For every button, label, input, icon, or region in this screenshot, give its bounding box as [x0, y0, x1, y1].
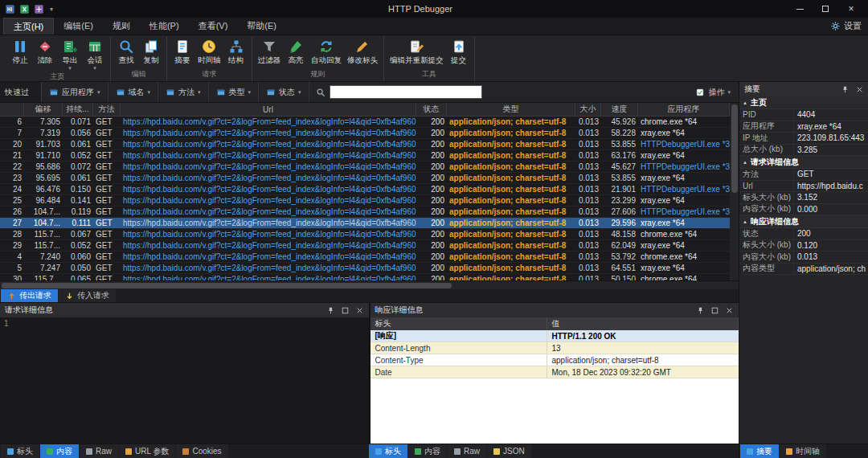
column-header[interactable]: [0, 103, 24, 116]
request-row[interactable]: 27104.7...0.111GEThttps://hpd.baidu.com/…: [0, 218, 730, 229]
summary-row[interactable]: 标头大小 (kb)0.120: [739, 240, 868, 252]
tab-cookies[interactable]: Cookies: [176, 444, 227, 458]
column-header[interactable]: 大小: [575, 103, 601, 116]
menu-tab-help[interactable]: 帮助(E): [237, 18, 286, 35]
auto-reply-button[interactable]: 自动回复: [309, 37, 344, 66]
edit-resubmit-button[interactable]: 编辑并重新提交: [387, 37, 446, 66]
summary-section-header[interactable]: ▲请求详细信息: [739, 156, 868, 169]
tab-headers[interactable]: 标头: [369, 444, 407, 458]
close-button[interactable]: ×: [839, 2, 863, 16]
column-header[interactable]: 方法: [93, 103, 121, 116]
summary-row[interactable]: 内容大小 (kb)0.000: [739, 204, 868, 216]
header-value-column[interactable]: 值: [547, 317, 739, 330]
request-row[interactable]: 67.3050.071GEThttps://hpd.baidu.com/v.gi…: [0, 117, 730, 128]
request-row[interactable]: 2496.4760.150GEThttps://hpd.baidu.com/v.…: [0, 184, 730, 195]
minimize-button[interactable]: [788, 2, 812, 16]
request-row[interactable]: 57.2470.050GEThttps://hpd.baidu.com/v.gi…: [0, 263, 730, 274]
settings-button[interactable]: 设置: [830, 18, 865, 35]
column-header[interactable]: 类型: [447, 103, 575, 116]
menu-tab-home[interactable]: 主页(H): [3, 18, 54, 35]
search-input[interactable]: [330, 85, 482, 99]
filter-dropdown-method[interactable]: 方法▾: [158, 82, 209, 102]
tab-raw[interactable]: Raw: [80, 444, 118, 458]
stop-button[interactable]: 停止: [8, 37, 32, 66]
column-header[interactable]: 速度: [601, 103, 638, 116]
request-content-view[interactable]: 1: [0, 317, 369, 444]
filter-button[interactable]: 过滤器: [256, 37, 284, 66]
timeline-button[interactable]: 时间轴: [195, 37, 223, 66]
summary-row[interactable]: 总大小 (kb)3.285: [739, 145, 868, 157]
filter-dropdown-status[interactable]: 状态▾: [259, 82, 309, 102]
copy-button[interactable]: 复制: [139, 37, 163, 66]
pin-icon[interactable]: [841, 85, 850, 94]
tab-incoming-requests[interactable]: 传入请求: [59, 289, 116, 302]
clear-button[interactable]: 清除: [33, 37, 57, 66]
summary-row[interactable]: 应用程序xray.exe *64: [739, 121, 868, 133]
close-icon[interactable]: [855, 85, 864, 94]
request-row[interactable]: 2295.6860.072GEThttps://hpd.baidu.com/v.…: [0, 162, 730, 173]
menu-tab-rules[interactable]: 规则: [103, 18, 140, 35]
filter-dropdown-type[interactable]: 类型▾: [209, 82, 260, 102]
highlight-button[interactable]: 高亮: [284, 37, 308, 66]
horizontal-scrollbar[interactable]: [0, 280, 739, 289]
structure-button[interactable]: 结构: [224, 37, 248, 66]
horizontal-scrollbar-thumb[interactable]: [2, 283, 452, 288]
column-header[interactable]: 偏移: [24, 103, 63, 116]
column-header[interactable]: 状态: [416, 103, 447, 116]
summary-row[interactable]: 内容类型application/json; ch: [739, 264, 868, 276]
request-row[interactable]: 2091.7030.061GEThttps://hpd.baidu.com/v.…: [0, 139, 730, 150]
filter-dropdown-domain[interactable]: 域名▾: [108, 82, 159, 102]
excel-export-icon[interactable]: [19, 4, 30, 14]
request-row[interactable]: 30115.7...0.065GEThttps://hpd.baidu.com/…: [0, 274, 730, 280]
request-row[interactable]: 26104.7...0.119GEThttps://hpd.baidu.com/…: [0, 207, 730, 218]
tab-content[interactable]: 内容: [408, 444, 447, 458]
summary-button[interactable]: 摘要: [170, 37, 194, 66]
column-header[interactable]: Url: [121, 103, 416, 116]
pin-icon[interactable]: [696, 306, 705, 315]
request-row[interactable]: 2596.4840.141GEThttps://hpd.baidu.com/v.…: [0, 195, 730, 207]
column-header[interactable]: 应用程序: [638, 103, 730, 116]
response-header-row[interactable]: Content-Length13: [371, 342, 739, 354]
menu-tab-view[interactable]: 查看(V): [189, 18, 238, 35]
request-row[interactable]: 47.2400.060GEThttps://hpd.baidu.com/v.gi…: [0, 251, 730, 263]
tab-outgoing-requests[interactable]: 传出请求: [1, 289, 58, 302]
response-header-row[interactable]: DateMon, 18 Dec 2023 09:32:20 GMT: [371, 366, 739, 378]
summary-row[interactable]: 内容大小 (kb)0.013: [739, 251, 868, 264]
request-row[interactable]: 28115.7...0.067GEThttps://hpd.baidu.com/…: [0, 229, 730, 240]
response-header-row[interactable]: Content-Typeapplication/json; charset=ut…: [371, 354, 739, 366]
header-name-column[interactable]: 标头: [371, 317, 547, 330]
request-row[interactable]: 29115.7...0.052GEThttps://hpd.baidu.com/…: [0, 240, 730, 251]
close-icon[interactable]: [725, 306, 734, 315]
tab-json[interactable]: JSON: [487, 444, 531, 458]
pin-icon[interactable]: [326, 306, 335, 315]
actions-dropdown[interactable]: 操作 ▾: [687, 87, 739, 98]
session-grid-icon[interactable]: [34, 4, 44, 14]
submit-button[interactable]: 提交: [447, 37, 471, 66]
close-icon[interactable]: [355, 306, 364, 315]
export-button[interactable]: 导出▾: [58, 37, 82, 71]
tab-url-params[interactable]: URL 参数: [119, 444, 175, 458]
summary-row[interactable]: PID4404: [739, 109, 868, 121]
tab-content[interactable]: 内容: [40, 444, 79, 458]
vertical-scrollbar-thumb[interactable]: [731, 104, 738, 193]
request-row[interactable]: 2395.6950.061GEThttps://hpd.baidu.com/v.…: [0, 173, 730, 184]
modify-headers-button[interactable]: 修改标头: [345, 37, 380, 66]
maximize-button[interactable]: [813, 2, 837, 16]
summary-row[interactable]: 方法GET: [739, 169, 868, 181]
float-icon[interactable]: [710, 306, 719, 315]
summary-row[interactable]: Urlhttps://hpd.baidu.c: [739, 181, 868, 193]
tab-headers[interactable]: 标头: [1, 444, 39, 458]
quick-filter-button[interactable]: 快速过: [0, 82, 42, 102]
menu-tab-edit[interactable]: 编辑(E): [54, 18, 103, 35]
vertical-scrollbar[interactable]: [730, 103, 739, 280]
float-icon[interactable]: [341, 306, 350, 315]
menu-tab-performance[interactable]: 性能(P): [140, 18, 189, 35]
request-row[interactable]: 2191.7100.052GEThttps://hpd.baidu.com/v.…: [0, 150, 730, 162]
response-header-row[interactable]: [响应]HTTP/1.1 200 OK: [371, 330, 739, 342]
summary-row[interactable]: IP 地址223.109.81.65:443: [739, 133, 868, 145]
column-header[interactable]: 持续...: [63, 103, 93, 116]
tab-timeline[interactable]: 时间轴: [780, 444, 826, 458]
find-button[interactable]: 查找: [114, 37, 138, 66]
tab-summary[interactable]: 摘要: [740, 444, 779, 458]
summary-section-header[interactable]: ▲主页: [739, 96, 868, 109]
